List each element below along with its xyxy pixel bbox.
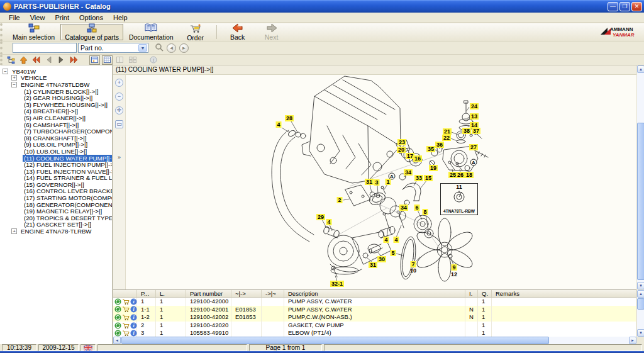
menu-view[interactable]: View bbox=[25, 13, 50, 22]
next-page-icon[interactable] bbox=[56, 55, 67, 65]
history-forward-icon[interactable]: ► bbox=[179, 43, 189, 53]
cart-icon[interactable] bbox=[122, 330, 130, 337]
diagram-vscrollbar[interactable]: ▲ ▼ bbox=[636, 65, 644, 289]
menu-file[interactable]: File bbox=[4, 13, 25, 22]
table-row[interactable]: i 11129100-42000PUMP ASSY, C.WATER1 bbox=[113, 298, 636, 306]
part-number-label[interactable]: 29 bbox=[316, 214, 325, 220]
tree-item[interactable]: (20) TROPICS & DESERT TYPE(OPTIONAL[|-> bbox=[0, 215, 112, 221]
table-row[interactable]: i 1-21129100-42002E01853PUMP,C.W.(NON-AS… bbox=[113, 313, 636, 322]
header-qty[interactable]: Q. bbox=[478, 290, 492, 297]
tree-item[interactable]: (3) FLYWHEEL HOUSING[|->|] bbox=[0, 101, 112, 108]
part-number-label[interactable]: 22 bbox=[442, 135, 451, 141]
menu-help[interactable]: Help bbox=[108, 13, 133, 22]
part-number-label[interactable]: 20 bbox=[397, 147, 406, 153]
part-number-label[interactable]: 26 bbox=[456, 172, 465, 178]
collapse-icon[interactable]: − bbox=[11, 82, 17, 87]
catalogue-of-parts-button[interactable]: Catalogue of parts bbox=[60, 24, 123, 40]
close-button[interactable]: ✕ bbox=[631, 2, 642, 11]
tree-item[interactable]: (15) GOVERNOR[|->|] bbox=[0, 181, 112, 188]
tree-item[interactable]: (1) CYLINDER BLOCK[|->|] bbox=[0, 88, 112, 95]
refresh-icon[interactable] bbox=[114, 298, 121, 305]
menu-print[interactable]: Print bbox=[50, 13, 74, 22]
part-number-label[interactable]: 1 bbox=[385, 179, 391, 185]
part-number-label[interactable]: 9 bbox=[451, 264, 457, 271]
tree-item[interactable]: +ENGINE 4TNA78-TLRBW bbox=[0, 228, 112, 235]
cart-icon[interactable] bbox=[122, 306, 130, 313]
part-number-label[interactable]: 3 bbox=[374, 179, 379, 186]
refresh-icon[interactable] bbox=[114, 322, 121, 329]
image-view-toggle[interactable] bbox=[89, 55, 100, 65]
table-vscrollbar[interactable]: ▲ ▼ bbox=[636, 290, 644, 337]
back-button[interactable]: Back bbox=[221, 24, 254, 40]
chevron-down-icon[interactable]: ▼ bbox=[138, 44, 147, 52]
tree-item[interactable]: (18) GENERATOR(COMPONENT PARTS)[|->|] bbox=[0, 201, 112, 208]
part-number-label[interactable]: 24 bbox=[470, 103, 479, 109]
part-number-label[interactable]: 37 bbox=[472, 128, 480, 134]
part-number-label[interactable]: 2 bbox=[336, 197, 342, 203]
info-icon[interactable]: i bbox=[130, 314, 137, 321]
part-number-label[interactable]: 16 bbox=[413, 155, 422, 162]
scroll-up-icon[interactable]: ▲ bbox=[637, 290, 644, 298]
history-back-icon[interactable]: ◄ bbox=[167, 43, 176, 53]
maximize-button[interactable]: ❐ bbox=[619, 2, 630, 11]
cart-icon[interactable] bbox=[122, 314, 130, 321]
part-number-label[interactable]: 38 bbox=[462, 128, 471, 134]
tree-item[interactable]: (16) CONTROL LEVER BRACKET[|->|] bbox=[0, 188, 112, 195]
first-page-icon[interactable] bbox=[31, 55, 42, 65]
tree-item[interactable]: (14) FUEL STRAINER & FUEL LINE[|->|] bbox=[0, 175, 112, 182]
part-number-label[interactable]: 34 bbox=[404, 169, 413, 176]
scroll-down-icon[interactable]: ▼ bbox=[637, 282, 644, 289]
refresh-icon[interactable] bbox=[114, 306, 121, 313]
header-level[interactable]: L. bbox=[156, 290, 186, 297]
header-part-number[interactable]: Part number bbox=[186, 290, 231, 297]
collapse-icon[interactable]: − bbox=[3, 69, 8, 74]
part-number-label[interactable]: 8 bbox=[422, 209, 428, 215]
minimize-button[interactable]: — bbox=[608, 2, 618, 11]
part-number-label[interactable]: 6 bbox=[414, 205, 419, 211]
scroll-down-icon[interactable]: ▼ bbox=[637, 329, 644, 337]
header-pos[interactable]: P... bbox=[137, 290, 156, 297]
tree-item[interactable]: −YB401W bbox=[0, 68, 112, 75]
tree-item[interactable]: (12) FUEL INJECTION PUMP[|->|] bbox=[0, 161, 112, 168]
status-language[interactable] bbox=[80, 344, 96, 351]
part-number-label[interactable]: 23 bbox=[397, 139, 406, 145]
tree-item[interactable]: (7) TURBOCHARGER(COMPONENT PARTS)[|-> bbox=[0, 128, 112, 135]
part-number-label[interactable]: 5 bbox=[390, 250, 396, 256]
tree-item[interactable]: (2) GEAR HOUSING[|->|] bbox=[0, 94, 112, 101]
tree-item[interactable]: (21) GASCKET SET[|->|] bbox=[0, 221, 112, 228]
scroll-up-icon[interactable]: ▲ bbox=[637, 65, 644, 73]
table-row[interactable]: i 21129100-42020GASKET, CW PUMP1 bbox=[113, 322, 636, 330]
tree-item[interactable]: (5) AIR CLEANER[|->|] bbox=[0, 115, 112, 121]
scroll-thumb[interactable] bbox=[121, 337, 549, 344]
cart-icon[interactable] bbox=[122, 298, 130, 305]
part-number-label[interactable]: 4 bbox=[326, 219, 331, 225]
part-number-label[interactable]: 32-1 bbox=[330, 281, 344, 287]
order-button[interactable]: Order bbox=[179, 24, 212, 40]
info-icon[interactable]: i bbox=[130, 298, 137, 305]
search-icon[interactable] bbox=[155, 43, 164, 53]
scroll-right-icon[interactable]: ► bbox=[629, 337, 636, 344]
header-superseded-to[interactable]: ->|~ bbox=[262, 290, 284, 297]
part-number-label[interactable]: 34 bbox=[399, 205, 408, 211]
part-number-label[interactable]: 36 bbox=[435, 142, 444, 148]
up-level-icon[interactable] bbox=[18, 55, 29, 65]
scroll-thumb[interactable] bbox=[637, 123, 644, 280]
part-number-label[interactable]: 15 bbox=[424, 175, 433, 181]
table-view-toggle[interactable] bbox=[102, 55, 113, 65]
part-number-label[interactable]: 33 bbox=[414, 175, 423, 181]
header-i[interactable]: I. bbox=[465, 290, 478, 297]
part-number-label[interactable]: 31 bbox=[365, 179, 374, 185]
tree-item[interactable]: −ENGINE 4TNA78TLDBW bbox=[0, 81, 112, 88]
tree-item[interactable]: (11) COOLING WATER PUMP[|->|] bbox=[0, 155, 112, 162]
part-number-label[interactable]: 4 bbox=[275, 121, 281, 128]
menu-options[interactable]: Options bbox=[74, 13, 108, 22]
tree-item[interactable]: (19) MAGNETIC RELAY[|->|] bbox=[0, 208, 112, 215]
part-number-label[interactable]: 35 bbox=[426, 146, 435, 152]
tree-item[interactable]: (6) CAMSHAFT[|->|] bbox=[0, 121, 112, 128]
tree-item[interactable]: (17) STARTING MOTOR(COMPONENT PARTS[ bbox=[0, 194, 112, 201]
expand-icon[interactable]: + bbox=[11, 75, 17, 81]
info-icon[interactable]: i bbox=[130, 306, 137, 313]
part-search-input[interactable] bbox=[13, 43, 77, 53]
scroll-left-icon[interactable]: ◄ bbox=[113, 337, 121, 344]
info-icon[interactable]: i bbox=[130, 322, 137, 329]
